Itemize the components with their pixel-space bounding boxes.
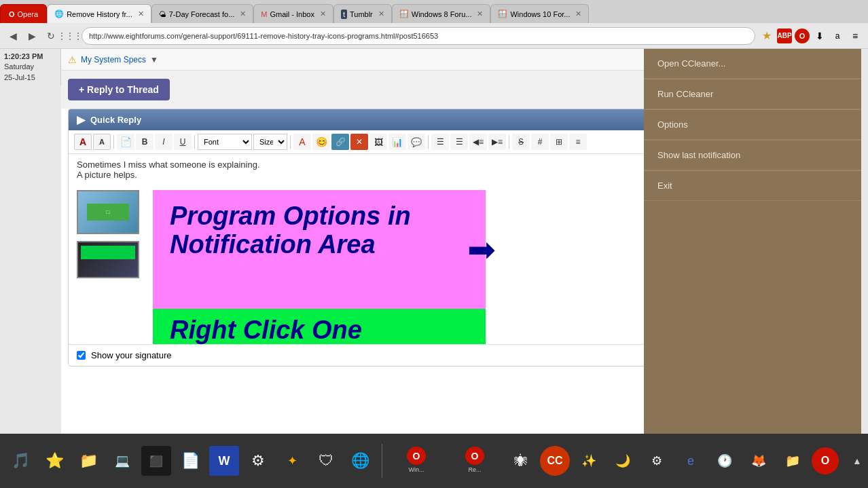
taskbar-icon-music[interactable]: 🎵: [5, 446, 35, 476]
toolbar-align-btn[interactable]: ≡: [569, 134, 587, 150]
toolbar-italic-btn[interactable]: I: [155, 134, 173, 150]
taskbar-app-label-win2: Re...: [468, 466, 481, 473]
taskbar-icon-folder2[interactable]: 📁: [778, 446, 808, 476]
context-menu-item-run-ccleaner[interactable]: Run CCleaner: [644, 79, 861, 109]
toolbar-indent-btn[interactable]: ▶≡: [488, 134, 506, 150]
more-icons-indicator[interactable]: ▲: [852, 455, 862, 466]
home-button[interactable]: ⋮⋮⋮: [62, 29, 77, 43]
toolbar-ul-btn[interactable]: ☰: [450, 134, 468, 150]
taskbar-icon-sparkle[interactable]: ✨: [574, 446, 604, 476]
taskbar-icon-clock[interactable]: 🕐: [710, 446, 740, 476]
taskbar-icon-network[interactable]: 🌐: [345, 446, 375, 476]
system-specs-arrow: ▼: [150, 55, 158, 64]
context-menu-item-options[interactable]: Options: [644, 110, 861, 140]
taskbar-icon-word[interactable]: W: [209, 446, 239, 476]
toolbar-color-btn[interactable]: A: [293, 134, 311, 150]
context-menu-item-exit[interactable]: Exit: [644, 171, 861, 201]
tab-close-windows10[interactable]: ✕: [575, 10, 581, 18]
url-bar[interactable]: http://www.eightforums.com/general-suppo…: [82, 27, 755, 45]
toolbar-image-btn[interactable]: 🖼: [369, 134, 387, 150]
toolbar-font-style-btn[interactable]: A: [74, 134, 92, 150]
taskbar-icon-opera2[interactable]: O: [812, 447, 839, 474]
abp-icon[interactable]: ABP: [777, 29, 792, 43]
time-display: 1:20:23 PM Saturday 25-Jul-15: [0, 49, 61, 86]
toolbar-outdent-btn[interactable]: ◀≡: [469, 134, 487, 150]
show-signature-label[interactable]: Show your signature: [91, 350, 172, 360]
context-menu-item-open-ccleaner[interactable]: Open CCleaner...: [644, 49, 861, 79]
taskbar-icon-spider[interactable]: 🕷: [506, 446, 536, 476]
toolbar-link-btn[interactable]: 🔗: [331, 134, 349, 150]
tab-close-windows8[interactable]: ✕: [477, 10, 483, 18]
clock-day: Saturday: [4, 62, 56, 72]
tab-favicon-windows8: 🪟: [399, 10, 409, 18]
tab-windows10[interactable]: 🪟 Windows 10 For... ✕: [490, 4, 589, 23]
font-selector[interactable]: Font: [198, 134, 252, 150]
toolbar-hash-btn[interactable]: #: [531, 134, 549, 150]
tab-close-tumblr[interactable]: ✕: [378, 10, 384, 18]
toolbar-emoji-btn[interactable]: 😊: [312, 134, 330, 150]
thumbnail-1[interactable]: □: [77, 190, 139, 234]
tab-gmail[interactable]: M Gmail - Inbox ✕: [253, 4, 333, 23]
tab-favicon-windows10: 🪟: [498, 10, 507, 18]
tab-close-gmail[interactable]: ✕: [320, 10, 326, 18]
tab-title-tumblr: Tumblr: [350, 10, 373, 18]
taskbar-icon-settings2[interactable]: ⚙: [642, 446, 672, 476]
taskbar-icon-moon[interactable]: 🌙: [608, 446, 638, 476]
tab-close-weather[interactable]: ✕: [240, 10, 246, 18]
taskbar-icon-folder[interactable]: 📁: [73, 446, 103, 476]
taskbar-icon-shield[interactable]: 🛡: [311, 446, 341, 476]
reply-to-thread-button[interactable]: + Reply to Thread: [68, 79, 170, 100]
tab-title-gmail: Gmail - Inbox: [270, 10, 314, 18]
tab-windows8[interactable]: 🪟 Windows 8 Foru... ✕: [392, 4, 491, 23]
tab-eightforums[interactable]: 🌐 Remove History fr... ✕: [47, 4, 151, 23]
toolbar-bold-btn[interactable]: B: [136, 134, 153, 150]
tab-favicon-weather: 🌤: [159, 10, 166, 18]
tab-weather[interactable]: 🌤 7-Day Forecast fo... ✕: [151, 4, 254, 23]
back-button[interactable]: ◀: [5, 29, 20, 43]
amazon-icon[interactable]: a: [830, 29, 845, 43]
taskbar-icon-cross[interactable]: ✦: [277, 446, 307, 476]
toolbar-underline-btn[interactable]: U: [174, 134, 192, 150]
taskbar-icon-star[interactable]: ⭐: [39, 446, 69, 476]
context-menu-item-show-notification[interactable]: Show last notification: [644, 140, 861, 170]
taskbar-app-win1[interactable]: O Win...: [389, 444, 444, 478]
taskbar-icon-firefox-style[interactable]: 🦊: [744, 446, 774, 476]
taskbar-icon-settings[interactable]: ⚙: [243, 446, 273, 476]
opera-icon2[interactable]: O: [795, 29, 810, 43]
taskbar-icon-ie[interactable]: e: [676, 446, 706, 476]
clock-time: 1:20:23 PM: [4, 52, 56, 62]
toolbar-sep-4: [428, 135, 429, 149]
opera-label: Opera: [18, 10, 39, 18]
taskbar-app-win2[interactable]: O Re...: [448, 444, 502, 478]
toolbar-ol-btn[interactable]: ☰: [431, 134, 449, 150]
download-icon[interactable]: ⬇: [812, 29, 827, 43]
toolbar-copy-btn[interactable]: 📄: [117, 134, 134, 150]
tab-tumblr[interactable]: t Tumblr ✕: [333, 4, 392, 23]
tab-favicon-tumblr: t: [341, 10, 347, 19]
bookmark-icon[interactable]: ★: [759, 29, 774, 43]
size-selector[interactable]: Size: [253, 134, 287, 150]
taskbar-icon-dev[interactable]: 💻: [107, 446, 137, 476]
toolbar-code-btn[interactable]: 💬: [408, 134, 425, 150]
taskbar-icons-area: 🎵 ⭐ 📁 💻 ⬛ 📄 W ⚙ ✦ 🛡 🌐 O Win... O Re... 🕷: [0, 444, 844, 478]
illustration-text-main: Program Options in Notification Area: [170, 202, 469, 259]
extension-icon[interactable]: ≡: [848, 29, 863, 43]
tab-favicon-gmail: M: [261, 10, 267, 18]
refresh-button[interactable]: ↻: [43, 29, 58, 43]
tab-close-eightforums[interactable]: ✕: [138, 10, 144, 18]
toolbar-special-btn[interactable]: ⊞: [550, 134, 568, 150]
show-signature-checkbox[interactable]: [77, 351, 86, 360]
toolbar-strikethrough-btn[interactable]: S: [512, 134, 530, 150]
thumbnail-2[interactable]: [77, 241, 139, 278]
system-specs-link[interactable]: My System Specs: [81, 55, 146, 64]
toolbar-remove-btn[interactable]: ✕: [350, 134, 368, 150]
forward-button[interactable]: ▶: [24, 29, 39, 43]
taskbar-icon-file[interactable]: 📄: [175, 446, 205, 476]
toolbar-font-size-btn[interactable]: A: [93, 134, 111, 150]
browser-frame: O Opera 🌐 Remove History fr... ✕ 🌤 7-Day…: [0, 0, 868, 488]
taskbar-icon-terminal[interactable]: ⬛: [141, 446, 171, 476]
quick-reply-arrow-icon: ▶: [77, 113, 85, 126]
toolbar-table-btn[interactable]: 📊: [388, 134, 406, 150]
tab-opera[interactable]: O Opera: [0, 4, 47, 23]
taskbar-icon-ccleaner[interactable]: CC: [540, 446, 570, 476]
